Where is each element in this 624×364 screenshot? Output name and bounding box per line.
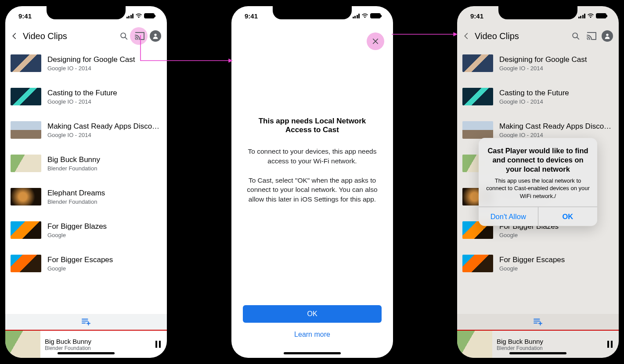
video-thumbnail bbox=[11, 121, 41, 139]
phone-frame-1: 9:41 Video Clips bbox=[0, 1, 172, 363]
video-title: Casting to the Future bbox=[499, 89, 613, 97]
battery-icon bbox=[370, 13, 381, 18]
playlist-add-icon bbox=[81, 318, 91, 326]
svg-point-5 bbox=[606, 34, 608, 36]
now-playing-title: Big Buck Bunny bbox=[497, 338, 603, 345]
list-item[interactable]: For Bigger Escapes Google bbox=[5, 247, 167, 280]
svg-line-1 bbox=[125, 37, 127, 40]
avatar-icon bbox=[602, 30, 613, 42]
phone-frame-3: 9:41 Video Clips bbox=[452, 1, 624, 363]
search-button[interactable] bbox=[570, 31, 582, 41]
dialog-title: Cast Player would like to find and conne… bbox=[486, 146, 590, 174]
video-thumbnail bbox=[11, 54, 41, 72]
wifi-icon bbox=[135, 13, 142, 18]
video-title: Elephant Dreams bbox=[47, 189, 162, 198]
queue-bar[interactable] bbox=[5, 314, 167, 330]
home-indicator[interactable] bbox=[509, 352, 566, 354]
page-title: Video Clips bbox=[23, 31, 114, 41]
list-item[interactable]: Elephant Dreams Blender Foundation bbox=[5, 180, 167, 213]
page-title: Video Clips bbox=[475, 31, 566, 41]
screen-2: 9:41 This app needs Local Network Access… bbox=[231, 6, 393, 358]
queue-bar[interactable] bbox=[457, 314, 619, 330]
cellular-signal-icon bbox=[353, 14, 360, 18]
video-subtitle: Google bbox=[47, 232, 162, 238]
now-playing-subtitle: Blender Foundation bbox=[45, 345, 151, 351]
status-right bbox=[126, 13, 155, 18]
close-button[interactable] bbox=[367, 32, 384, 50]
battery-icon bbox=[144, 13, 155, 18]
home-indicator[interactable] bbox=[284, 352, 341, 354]
dont-allow-button[interactable]: Don't Allow bbox=[479, 207, 538, 226]
pause-button[interactable] bbox=[155, 341, 161, 348]
list-item[interactable]: For Bigger Escapes Google bbox=[457, 247, 619, 280]
interstitial-body: This app needs Local Network Access to C… bbox=[231, 25, 393, 305]
wifi-icon bbox=[361, 13, 368, 18]
home-indicator[interactable] bbox=[58, 352, 115, 354]
learn-more-link[interactable]: Learn more bbox=[243, 331, 382, 339]
pause-button[interactable] bbox=[607, 341, 613, 348]
back-button[interactable] bbox=[462, 32, 470, 40]
video-title: For Bigger Escapes bbox=[499, 256, 613, 264]
list-item[interactable]: Making Cast Ready Apps Discover… Google … bbox=[5, 113, 167, 147]
svg-line-4 bbox=[577, 37, 579, 40]
video-subtitle: Google bbox=[499, 265, 613, 272]
list-item[interactable]: Casting to the Future Google IO - 2014 bbox=[5, 80, 167, 113]
video-subtitle: Google IO - 2014 bbox=[499, 65, 613, 72]
wifi-icon bbox=[587, 13, 594, 18]
notch bbox=[273, 6, 352, 19]
ok-button[interactable]: OK bbox=[243, 305, 382, 323]
flow-arrow-2 bbox=[391, 30, 461, 39]
video-thumbnail bbox=[11, 255, 41, 272]
video-subtitle: Blender Foundation bbox=[47, 198, 162, 205]
video-title: Making Cast Ready Apps Discover… bbox=[499, 122, 613, 131]
video-title: Designing for Google Cast bbox=[47, 55, 162, 64]
system-permission-dialog: Cast Player would like to find and conne… bbox=[479, 138, 597, 226]
avatar-icon bbox=[150, 30, 161, 42]
status-right bbox=[578, 13, 607, 18]
video-thumbnail bbox=[11, 88, 41, 105]
video-subtitle: Google IO - 2014 bbox=[499, 98, 613, 105]
video-title: Casting to the Future bbox=[47, 89, 162, 97]
notch bbox=[47, 6, 126, 19]
video-thumbnail bbox=[11, 155, 41, 172]
cellular-signal-icon bbox=[578, 14, 586, 18]
video-thumbnail bbox=[11, 188, 41, 205]
status-time: 9:41 bbox=[470, 12, 483, 20]
cast-button[interactable] bbox=[585, 32, 598, 40]
video-subtitle: Google bbox=[47, 265, 162, 272]
video-thumbnail bbox=[462, 54, 493, 72]
video-thumbnail bbox=[462, 255, 493, 272]
app-header: Video Clips bbox=[457, 25, 619, 47]
list-item[interactable]: Big Buck Bunny Blender Foundation bbox=[5, 147, 167, 180]
video-title: Designing for Google Cast bbox=[499, 55, 613, 64]
back-button[interactable] bbox=[11, 32, 18, 40]
video-subtitle: Blender Foundation bbox=[47, 165, 162, 172]
interstitial-footer: OK Learn more bbox=[231, 305, 393, 358]
list-item[interactable]: For Bigger Blazes Google bbox=[5, 213, 167, 247]
dialog-ok-button[interactable]: OK bbox=[538, 207, 598, 226]
video-subtitle: Google IO - 2014 bbox=[47, 132, 162, 138]
list-item[interactable]: Designing for Google Cast Google IO - 20… bbox=[457, 47, 619, 80]
status-right bbox=[353, 13, 381, 18]
status-time: 9:41 bbox=[18, 12, 32, 20]
cellular-signal-icon bbox=[126, 14, 134, 18]
interstitial-para-2: To Cast, select "OK" when the app asks t… bbox=[245, 176, 380, 204]
screen-3: 9:41 Video Clips bbox=[457, 6, 619, 358]
close-icon bbox=[372, 37, 379, 45]
app-header: Video Clips bbox=[5, 25, 167, 47]
interstitial-para-1: To connect to your devices, this app nee… bbox=[245, 147, 380, 166]
account-button[interactable] bbox=[149, 30, 162, 42]
video-list[interactable]: Designing for Google Cast Google IO - 20… bbox=[5, 47, 167, 314]
now-playing-title: Big Buck Bunny bbox=[45, 338, 151, 345]
list-item[interactable]: Casting to the Future Google IO - 2014 bbox=[457, 80, 619, 113]
now-playing-thumbnail bbox=[457, 331, 492, 358]
playlist-add-icon bbox=[533, 318, 543, 326]
list-item[interactable]: Designing for Google Cast Google IO - 20… bbox=[5, 47, 167, 80]
battery-icon bbox=[596, 13, 606, 18]
account-button[interactable] bbox=[601, 30, 613, 42]
now-playing-thumbnail bbox=[5, 331, 40, 358]
video-subtitle: Google IO - 2014 bbox=[47, 98, 162, 105]
video-title: For Bigger Blazes bbox=[47, 222, 162, 231]
search-button[interactable] bbox=[118, 31, 130, 41]
cast-button[interactable] bbox=[133, 32, 146, 40]
